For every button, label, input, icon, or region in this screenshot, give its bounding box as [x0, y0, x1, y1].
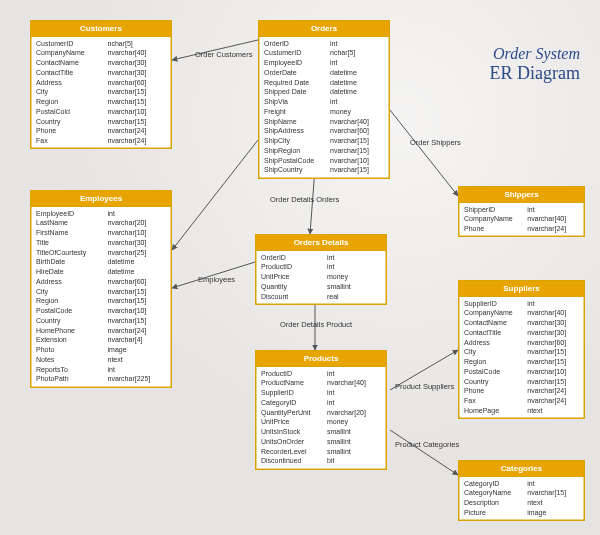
- rel-order-details-product: Order Details Product: [280, 320, 352, 329]
- field-name: ProductName: [261, 379, 327, 388]
- field-type: nvarchar[24]: [108, 127, 167, 136]
- field-type: nvarchar[25]: [108, 249, 167, 258]
- entity-suppliers[interactable]: SuppliersSupplierIDintCompanyNamenvarcha…: [458, 280, 585, 419]
- title-line-1: Order System: [490, 45, 580, 63]
- field-type: nvarchar[60]: [108, 79, 167, 88]
- field-name: HomePhone: [36, 327, 108, 336]
- field-row: ShipRegionnvarchar[15]: [259, 146, 389, 156]
- entity-customers[interactable]: CustomersCustomerIDnchar[5]CompanyNamenv…: [30, 20, 172, 149]
- field-name: LastName: [36, 219, 108, 228]
- field-name: Address: [464, 339, 527, 348]
- field-name: Discount: [261, 293, 327, 302]
- entity-categories[interactable]: CategoriesCategoryIDintCategoryNamenvarc…: [458, 460, 585, 521]
- field-name: Country: [36, 317, 108, 326]
- field-name: SupplierID: [261, 389, 327, 398]
- field-type: datetime: [330, 79, 384, 88]
- entity-fields: CustomerIDnchar[5]CompanyNamenvarchar[40…: [31, 37, 171, 148]
- field-name: Photo: [36, 346, 108, 355]
- field-name: Address: [36, 79, 108, 88]
- field-name: Description: [464, 499, 527, 508]
- field-name: UnitsOnOrder: [261, 438, 327, 447]
- field-name: CustomerID: [36, 40, 108, 49]
- field-row: ContactTitlenvarchar[30]: [31, 68, 171, 78]
- field-row: SupplierIDint: [459, 299, 584, 309]
- field-type: int: [327, 399, 381, 408]
- field-type: nvarchar[24]: [527, 397, 579, 406]
- field-name: Quantity: [261, 283, 327, 292]
- field-type: int: [527, 480, 579, 489]
- field-name: EmployeeID: [36, 210, 108, 219]
- field-row: Notesntext: [31, 355, 171, 365]
- field-row: Descriptionntext: [459, 499, 584, 509]
- field-type: nvarchar[15]: [527, 378, 579, 387]
- field-row: CustomerIDnchar[5]: [31, 39, 171, 49]
- field-type: nchar[5]: [108, 40, 167, 49]
- field-name: ContactName: [36, 59, 108, 68]
- entity-header: Customers: [31, 21, 171, 37]
- field-name: ShipName: [264, 118, 330, 127]
- field-row: Addressnvarchar[60]: [31, 277, 171, 287]
- field-row: Citynvarchar[15]: [459, 348, 584, 358]
- entity-shippers[interactable]: ShippersShipperIDintCompanyNamenvarchar[…: [458, 186, 585, 237]
- field-name: Address: [36, 278, 108, 287]
- field-type: datetime: [108, 268, 167, 277]
- svg-line-3: [172, 140, 258, 250]
- field-type: image: [527, 509, 579, 518]
- entity-orders[interactable]: OrdersOrderIDintCustomerIDnchar[5]Employ…: [258, 20, 390, 179]
- field-name: PhotoPath: [36, 375, 108, 384]
- field-name: Freight: [264, 108, 330, 117]
- entity-header: Suppliers: [459, 281, 584, 297]
- field-name: ShipAddress: [264, 127, 330, 136]
- field-type: int: [327, 370, 381, 379]
- field-row: OrderDatedatetime: [259, 68, 389, 78]
- field-name: Region: [464, 358, 527, 367]
- field-type: nvarchar[15]: [108, 98, 167, 107]
- field-name: Shipped Date: [264, 88, 330, 97]
- field-name: Notes: [36, 356, 108, 365]
- field-name: QuantityPerUnit: [261, 409, 327, 418]
- field-row: Citynvarchar[15]: [31, 287, 171, 297]
- field-type: datetime: [330, 88, 384, 97]
- entity-products[interactable]: ProductsProductIDintProductNamenvarchar[…: [255, 350, 387, 470]
- field-type: nvarchar[15]: [108, 118, 167, 127]
- entity-orders-details[interactable]: Orders DetailsOrderIDintProductIDintUnit…: [255, 234, 387, 305]
- entity-employees[interactable]: EmployeesEmployeeIDintLastNamenvarchar[2…: [30, 190, 172, 388]
- field-name: Region: [36, 98, 108, 107]
- rel-product-suppliers: Product Suppliers: [395, 382, 454, 391]
- field-type: nvarchar[10]: [108, 229, 167, 238]
- field-row: EmployeeIDint: [259, 59, 389, 69]
- svg-line-1: [390, 110, 458, 196]
- field-row: Countrynvarchar[15]: [459, 377, 584, 387]
- field-type: int: [108, 366, 167, 375]
- field-row: UnitsOnOrdersmallint: [256, 437, 386, 447]
- rel-order-shippers: Order Shippers: [410, 138, 461, 147]
- field-row: Quantitysmallint: [256, 282, 386, 292]
- field-type: smallint: [327, 438, 381, 447]
- field-name: Fax: [464, 397, 527, 406]
- field-name: Extension: [36, 336, 108, 345]
- field-row: Required Datedatetime: [259, 78, 389, 88]
- field-type: nvarchar[30]: [108, 59, 167, 68]
- field-row: Faxnvarchar[24]: [459, 397, 584, 407]
- field-row: Shipped Datedatetime: [259, 88, 389, 98]
- field-type: smallint: [327, 428, 381, 437]
- field-name: ShipCountry: [264, 166, 330, 175]
- field-name: Required Date: [264, 79, 330, 88]
- field-type: nvarchar[4]: [108, 336, 167, 345]
- rel-employees: Employees: [198, 275, 235, 284]
- field-row: CustomerIDnchar[5]: [259, 49, 389, 59]
- field-name: Country: [36, 118, 108, 127]
- field-row: ContactNamenvarchar[30]: [31, 59, 171, 69]
- field-type: nvarchar[225]: [108, 375, 167, 384]
- field-type: int: [327, 254, 381, 263]
- field-name: ShipVia: [264, 98, 330, 107]
- field-row: Addressnvarchar[60]: [459, 338, 584, 348]
- field-row: Phonenvarchar[24]: [459, 387, 584, 397]
- field-name: OrderID: [264, 40, 330, 49]
- field-type: nvarchar[30]: [108, 69, 167, 78]
- field-row: ContactNamenvarchar[30]: [459, 319, 584, 329]
- field-type: nvarchar[10]: [330, 157, 384, 166]
- field-row: Countrynvarchar[15]: [31, 117, 171, 127]
- field-row: UnitPricemoney: [256, 273, 386, 283]
- field-name: City: [464, 348, 527, 357]
